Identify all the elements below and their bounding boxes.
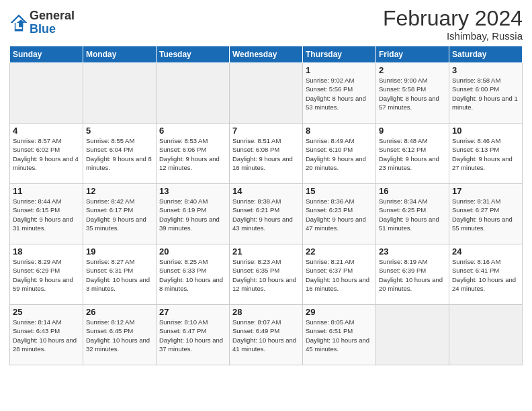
day-info: Sunrise: 8:42 AM Sunset: 6:17 PM Dayligh… (86, 197, 153, 232)
logo-text: General Blue (30, 9, 75, 36)
day-info: Sunrise: 8:16 AM Sunset: 6:41 PM Dayligh… (452, 257, 519, 293)
table-row: 2Sunrise: 9:00 AM Sunset: 5:58 PM Daylig… (376, 63, 449, 124)
day-number: 18 (13, 246, 80, 257)
calendar-table: Sunday Monday Tuesday Wednesday Thursday… (9, 46, 523, 365)
table-row (83, 63, 157, 124)
calendar-body: 1Sunrise: 9:02 AM Sunset: 5:56 PM Daylig… (10, 63, 523, 365)
col-friday: Friday (376, 46, 449, 63)
day-number: 11 (13, 186, 80, 196)
day-info: Sunrise: 8:38 AM Sunset: 6:21 PM Dayligh… (232, 197, 300, 232)
table-row (449, 305, 523, 365)
day-number: 27 (159, 307, 226, 317)
col-tuesday: Tuesday (157, 46, 230, 63)
day-info: Sunrise: 8:07 AM Sunset: 6:49 PM Dayligh… (232, 318, 300, 353)
calendar-header-row: Sunday Monday Tuesday Wednesday Thursday… (10, 46, 523, 63)
day-info: Sunrise: 8:46 AM Sunset: 6:13 PM Dayligh… (452, 136, 519, 172)
table-row: 8Sunrise: 8:49 AM Sunset: 6:10 PM Daylig… (303, 124, 376, 184)
calendar-week-3: 11Sunrise: 8:44 AM Sunset: 6:15 PM Dayli… (10, 184, 523, 244)
table-row: 24Sunrise: 8:16 AM Sunset: 6:41 PM Dayli… (449, 244, 523, 305)
calendar-week-2: 4Sunrise: 8:57 AM Sunset: 6:02 PM Daylig… (10, 124, 523, 184)
day-number: 8 (306, 126, 373, 136)
header: General Blue February 2024 Ishimbay, Rus… (9, 7, 523, 42)
day-number: 21 (232, 246, 300, 257)
day-info: Sunrise: 8:29 AM Sunset: 6:29 PM Dayligh… (13, 257, 80, 293)
logo: General Blue (9, 9, 75, 36)
day-info: Sunrise: 8:14 AM Sunset: 6:43 PM Dayligh… (13, 318, 80, 353)
day-info: Sunrise: 8:57 AM Sunset: 6:02 PM Dayligh… (13, 136, 80, 172)
page: General Blue February 2024 Ishimbay, Rus… (0, 0, 532, 411)
day-number: 4 (13, 126, 80, 136)
day-info: Sunrise: 8:49 AM Sunset: 6:10 PM Dayligh… (306, 136, 373, 172)
table-row (157, 63, 230, 124)
logo-general: General (30, 9, 75, 23)
table-row: 17Sunrise: 8:31 AM Sunset: 6:27 PM Dayli… (449, 184, 523, 244)
col-sunday: Sunday (10, 46, 83, 63)
calendar-week-1: 1Sunrise: 9:02 AM Sunset: 5:56 PM Daylig… (10, 63, 523, 124)
day-info: Sunrise: 8:55 AM Sunset: 6:04 PM Dayligh… (86, 136, 153, 172)
col-wednesday: Wednesday (230, 46, 303, 63)
day-number: 1 (306, 65, 373, 75)
table-row (376, 305, 449, 365)
table-row: 6Sunrise: 8:53 AM Sunset: 6:06 PM Daylig… (157, 124, 230, 184)
day-number: 23 (379, 246, 446, 257)
table-row: 7Sunrise: 8:51 AM Sunset: 6:08 PM Daylig… (230, 124, 303, 184)
day-number: 22 (306, 246, 373, 257)
day-info: Sunrise: 8:36 AM Sunset: 6:23 PM Dayligh… (306, 197, 373, 232)
table-row: 19Sunrise: 8:27 AM Sunset: 6:31 PM Dayli… (83, 244, 157, 305)
day-number: 13 (159, 186, 226, 196)
table-row: 16Sunrise: 8:34 AM Sunset: 6:25 PM Dayli… (376, 184, 449, 244)
table-row: 13Sunrise: 8:40 AM Sunset: 6:19 PM Dayli… (157, 184, 230, 244)
table-row: 14Sunrise: 8:38 AM Sunset: 6:21 PM Dayli… (230, 184, 303, 244)
table-row: 29Sunrise: 8:05 AM Sunset: 6:51 PM Dayli… (303, 305, 376, 365)
table-row (230, 63, 303, 124)
day-number: 25 (13, 307, 80, 317)
table-row: 11Sunrise: 8:44 AM Sunset: 6:15 PM Dayli… (10, 184, 83, 244)
table-row: 20Sunrise: 8:25 AM Sunset: 6:33 PM Dayli… (157, 244, 230, 305)
day-number: 28 (232, 307, 300, 317)
day-number: 17 (452, 186, 519, 196)
table-row: 23Sunrise: 8:19 AM Sunset: 6:39 PM Dayli… (376, 244, 449, 305)
day-number: 10 (452, 126, 519, 136)
day-info: Sunrise: 8:51 AM Sunset: 6:08 PM Dayligh… (232, 136, 300, 172)
table-row: 12Sunrise: 8:42 AM Sunset: 6:17 PM Dayli… (83, 184, 157, 244)
day-number: 24 (452, 246, 519, 257)
day-number: 12 (86, 186, 153, 196)
table-row: 21Sunrise: 8:23 AM Sunset: 6:35 PM Dayli… (230, 244, 303, 305)
table-row: 26Sunrise: 8:12 AM Sunset: 6:45 PM Dayli… (83, 305, 157, 365)
day-info: Sunrise: 8:44 AM Sunset: 6:15 PM Dayligh… (13, 197, 80, 232)
col-thursday: Thursday (303, 46, 376, 63)
day-info: Sunrise: 9:02 AM Sunset: 5:56 PM Dayligh… (306, 76, 373, 111)
day-info: Sunrise: 8:05 AM Sunset: 6:51 PM Dayligh… (306, 318, 373, 353)
calendar-week-4: 18Sunrise: 8:29 AM Sunset: 6:29 PM Dayli… (10, 244, 523, 305)
month-year: February 2024 (383, 7, 523, 30)
day-number: 16 (379, 186, 446, 196)
day-number: 3 (452, 65, 519, 75)
day-info: Sunrise: 9:00 AM Sunset: 5:58 PM Dayligh… (379, 76, 446, 111)
table-row: 4Sunrise: 8:57 AM Sunset: 6:02 PM Daylig… (10, 124, 83, 184)
day-number: 20 (159, 246, 226, 257)
day-number: 9 (379, 126, 446, 136)
day-info: Sunrise: 8:53 AM Sunset: 6:06 PM Dayligh… (159, 136, 226, 172)
table-row: 10Sunrise: 8:46 AM Sunset: 6:13 PM Dayli… (449, 124, 523, 184)
table-row: 1Sunrise: 9:02 AM Sunset: 5:56 PM Daylig… (303, 63, 376, 124)
location: Ishimbay, Russia (383, 30, 523, 42)
day-info: Sunrise: 8:48 AM Sunset: 6:12 PM Dayligh… (379, 136, 446, 172)
day-number: 7 (232, 126, 300, 136)
table-row: 28Sunrise: 8:07 AM Sunset: 6:49 PM Dayli… (230, 305, 303, 365)
table-row: 22Sunrise: 8:21 AM Sunset: 6:37 PM Dayli… (303, 244, 376, 305)
day-number: 29 (306, 307, 373, 317)
day-info: Sunrise: 8:58 AM Sunset: 6:00 PM Dayligh… (452, 76, 519, 111)
day-number: 5 (86, 126, 153, 136)
day-number: 26 (86, 307, 153, 317)
table-row (10, 63, 83, 124)
day-number: 19 (86, 246, 153, 257)
logo-icon (9, 13, 28, 32)
day-number: 2 (379, 65, 446, 75)
title-block: February 2024 Ishimbay, Russia (383, 7, 523, 42)
logo-blue: Blue (30, 23, 75, 36)
table-row: 5Sunrise: 8:55 AM Sunset: 6:04 PM Daylig… (83, 124, 157, 184)
day-info: Sunrise: 8:25 AM Sunset: 6:33 PM Dayligh… (159, 257, 226, 293)
col-saturday: Saturday (449, 46, 523, 63)
day-number: 15 (306, 186, 373, 196)
day-info: Sunrise: 8:21 AM Sunset: 6:37 PM Dayligh… (306, 257, 373, 293)
